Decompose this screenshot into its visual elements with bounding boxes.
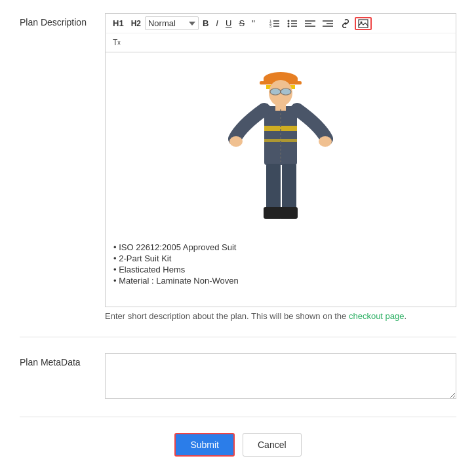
align-left-button[interactable] <box>302 17 319 30</box>
svg-point-11 <box>288 22 290 24</box>
bullet-item-4: Material : Laminate Non-Woven <box>113 276 448 286</box>
helper-text-prefix: Enter <box>105 311 125 321</box>
svg-point-33 <box>319 136 332 147</box>
svg-point-27 <box>281 88 291 95</box>
ordered-list-button[interactable]: 1. 2. 3. <box>266 17 283 30</box>
unordered-list-button[interactable] <box>284 17 301 30</box>
svg-rect-34 <box>266 164 281 210</box>
bold-button[interactable]: B <box>199 16 212 30</box>
svg-point-12 <box>288 25 290 27</box>
align-right-button[interactable] <box>319 17 336 30</box>
svg-text:": " <box>252 19 255 28</box>
plan-metadata-row: Plan MetaData <box>20 353 456 417</box>
worker-image <box>228 60 333 234</box>
helper-text: Enter short description about the plan. … <box>105 311 456 321</box>
bullet-item-2: 2-Part Suit Kit <box>113 253 448 263</box>
underline-button[interactable]: U <box>222 16 235 30</box>
metadata-textarea[interactable] <box>105 353 456 399</box>
bullet-item-3: Elasticated Hems <box>113 265 448 274</box>
strikethrough-button[interactable]: S <box>235 16 248 30</box>
format-select[interactable]: Normal Heading 1 Heading 2 Heading 3 <box>145 16 199 30</box>
editor-body[interactable]: ISO 22612:2005 Approved Suit 2-Part Suit… <box>105 52 456 307</box>
form-footer: Submit Cancel <box>20 433 456 457</box>
clear-format-button[interactable]: Tx <box>109 36 124 49</box>
italic-button[interactable]: I <box>212 16 222 30</box>
cancel-button[interactable]: Cancel <box>243 433 302 457</box>
plan-description-row: Plan Description H1 H2 Normal Heading 1 … <box>20 13 456 337</box>
h2-button[interactable]: H2 <box>128 17 144 30</box>
svg-rect-35 <box>282 164 296 210</box>
plan-metadata-label: Plan MetaData <box>20 353 105 367</box>
quote-button[interactable]: " <box>248 17 266 30</box>
svg-point-10 <box>288 20 290 22</box>
svg-point-26 <box>270 88 281 95</box>
bullet-item-1: ISO 22612:2005 Approved Suit <box>113 242 448 252</box>
svg-text:3.: 3. <box>269 24 272 28</box>
h1-button[interactable]: H1 <box>109 16 127 30</box>
svg-rect-37 <box>279 207 298 219</box>
helper-text-main: short description about the plan. This w… <box>125 311 407 321</box>
submit-button[interactable]: Submit <box>174 433 235 457</box>
editor-toolbar: H1 H2 Normal Heading 1 Heading 2 Heading… <box>105 13 456 33</box>
toolbar-row-1: H1 H2 Normal Heading 1 Heading 2 Heading… <box>109 16 372 30</box>
svg-rect-36 <box>264 207 282 219</box>
plan-metadata-content <box>105 353 456 401</box>
svg-rect-19 <box>359 20 368 28</box>
plan-description-editor: H1 H2 Normal Heading 1 Heading 2 Heading… <box>105 13 456 321</box>
image-button[interactable] <box>355 17 372 30</box>
editor-bullets: ISO 22612:2005 Approved Suit 2-Part Suit… <box>113 242 448 286</box>
editor-toolbar-row2: Tx <box>105 33 456 52</box>
svg-point-32 <box>229 136 243 147</box>
plan-description-label: Plan Description <box>20 13 105 28</box>
link-button[interactable] <box>337 17 354 30</box>
editor-image-area <box>113 60 448 236</box>
